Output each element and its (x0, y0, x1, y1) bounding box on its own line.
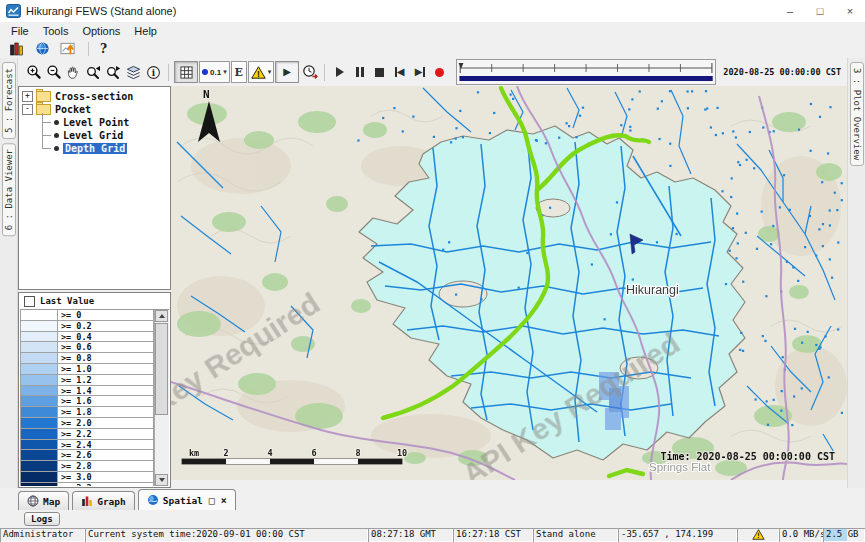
north-label: N (203, 88, 210, 101)
time-slider[interactable] (456, 59, 716, 85)
main-area: 5 : Forecast 6 : Data Viewer (0, 58, 865, 488)
movie-play-icon: ▶ (283, 67, 291, 77)
logs-panel-icon[interactable] (8, 41, 25, 57)
tab-data-viewer[interactable]: 6 : Data Viewer (2, 143, 16, 236)
step-back-button[interactable]: ◀ (390, 62, 409, 82)
zoom-in-button[interactable] (24, 62, 43, 82)
scroll-up-icon[interactable] (155, 310, 168, 322)
tree-node-depth-grid[interactable]: Depth Grid (39, 142, 170, 155)
legend-swatch (20, 440, 58, 451)
map-toolbar: i 0.1 ▾ E ! ▾ ▶ (18, 58, 847, 86)
legend-row: >= 0.6 (20, 342, 154, 353)
menu-help[interactable]: Help (127, 25, 164, 37)
status-mode: Stand alone (533, 528, 618, 542)
tree-children: Level Point Level Grid Depth Grid (39, 116, 170, 155)
scrollbar-thumb[interactable] (155, 323, 168, 415)
tree-node-level-point[interactable]: Level Point (39, 116, 170, 129)
stop-button[interactable] (370, 62, 389, 82)
tree-node-cross-section[interactable]: + Cross-section (22, 90, 170, 103)
info-button[interactable]: i (144, 62, 163, 82)
menu-file[interactable]: File (4, 25, 36, 37)
step-forward-button[interactable]: ▶ (410, 62, 429, 82)
pause-button[interactable] (350, 62, 369, 82)
zoom-previous-button[interactable] (84, 62, 103, 82)
svg-text:!: ! (756, 531, 760, 540)
record-icon (435, 68, 444, 77)
status-user: Administrator (0, 528, 85, 542)
warning-glyph: ! (257, 68, 260, 78)
legend-row: >= 1.2 (20, 375, 154, 386)
tree-node-level-grid[interactable]: Level Grid (39, 129, 170, 142)
warning-dropdown[interactable]: ! ▾ (248, 61, 275, 83)
close-button[interactable]: × (835, 0, 865, 22)
tab-spatial[interactable]: Spatial □ × (138, 489, 236, 510)
scale-unit: km (189, 448, 199, 458)
map-view[interactable]: API Key Required API Key Required N km (171, 86, 847, 480)
legend-label: >= 2.2 (58, 429, 154, 440)
logs-row: Logs (0, 510, 865, 528)
maximize-button[interactable]: □ (805, 0, 835, 22)
legend-row: >= 1.6 (20, 396, 154, 407)
legend-swatch (20, 321, 58, 332)
last-value-checkbox[interactable] (24, 296, 35, 307)
interval-dropdown[interactable]: 0.1 ▾ (199, 61, 230, 83)
pan-icon[interactable] (64, 62, 83, 82)
step-back-icon: ◀ (397, 67, 405, 77)
layer-tree: + Cross-section - Pocket (18, 86, 171, 290)
legend-header: Last Value (19, 293, 170, 309)
toolbar-separator (88, 42, 89, 56)
logs-button[interactable]: Logs (24, 512, 60, 526)
tree-connector (43, 148, 51, 149)
status-gmt-time: 08:27:18 GMT (368, 528, 453, 542)
help-icon[interactable]: ? (100, 42, 107, 56)
zoom-next-button[interactable] (104, 62, 123, 82)
legend-row: >= 1.4 (20, 386, 154, 397)
expander-icon[interactable]: + (22, 91, 33, 102)
tab-forecast[interactable]: 5 : Forecast (2, 62, 16, 139)
legend-scrollbar[interactable] (154, 310, 169, 486)
svg-text:6: 6 (311, 448, 316, 458)
grid-toggle-button[interactable] (174, 61, 198, 83)
explorer-toolbar: ? (0, 39, 865, 58)
layers-icon[interactable] (124, 62, 143, 82)
legend-row: >= 3.0 (20, 472, 154, 483)
zoom-out-button[interactable] (44, 62, 63, 82)
record-button[interactable] (430, 62, 449, 82)
interval-dot-icon (202, 69, 208, 75)
tab-map[interactable]: Map (18, 491, 69, 510)
play-button[interactable] (330, 62, 349, 82)
chevron-down-icon: ▾ (268, 69, 272, 75)
status-transfer-rate: 0.0 MB/s (779, 528, 823, 542)
export-animation-icon[interactable] (300, 62, 319, 82)
status-system-time: Current system time:2020-09-01 00:00 CST (85, 528, 368, 542)
node-bullet-icon (54, 133, 59, 138)
warning-icon: ! (251, 66, 266, 79)
tab-plot-overview[interactable]: 3 : Plot Overview (850, 62, 864, 166)
legend-row: >= 0.8 (20, 353, 154, 364)
legend-label: >= 2.6 (58, 450, 154, 461)
spatial-display-icon[interactable] (60, 41, 77, 57)
folder-icon (36, 104, 51, 115)
legend-swatch (20, 450, 58, 461)
tree-connector (43, 122, 51, 123)
legend-row: >= 0 (20, 310, 154, 321)
legend-label: >= 3.2 (58, 483, 154, 486)
tab-close-icon[interactable]: × (221, 495, 227, 506)
expander-icon[interactable]: - (22, 104, 33, 115)
legend-label: >= 2.8 (58, 461, 154, 472)
tab-maximize-icon[interactable]: □ (209, 495, 215, 506)
classification-button[interactable]: E (231, 61, 247, 83)
city-label: Hikurangi (626, 283, 679, 297)
scroll-down-icon[interactable] (155, 474, 168, 486)
menu-tools[interactable]: Tools (36, 25, 76, 37)
menu-options[interactable]: Options (75, 25, 127, 37)
wire-globe-icon (27, 495, 39, 507)
animation-button[interactable]: ▶ (275, 61, 299, 83)
legend-row: >= 3.2 (20, 483, 154, 486)
globe-icon[interactable] (34, 41, 51, 57)
tab-graph[interactable]: Graph (72, 491, 135, 510)
svg-text:4: 4 (267, 448, 272, 458)
minimize-button[interactable]: – (775, 0, 805, 22)
window-title: Hikurangi FEWS (Stand alone) (26, 5, 775, 17)
tree-node-pocket[interactable]: - Pocket (22, 103, 170, 116)
